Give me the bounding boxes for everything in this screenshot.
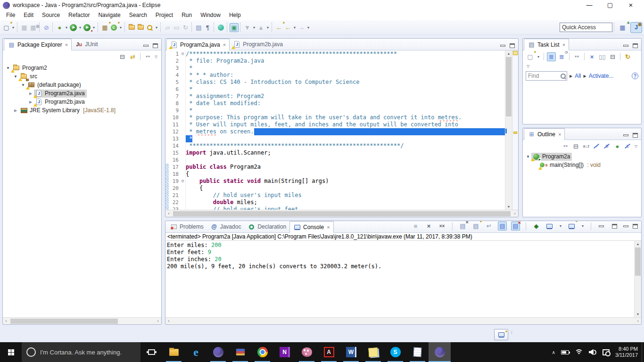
code-editor[interactable]: 1⊖/*************************************… [165,50,505,210]
dropdown-icon[interactable]: ▾ [558,222,563,230]
occurrence-marker[interactable] [513,132,517,134]
scroll-track[interactable] [173,319,634,324]
collapse-arrow-icon[interactable]: ▼ [12,74,19,79]
code-line-14[interactable]: 14 *************************************… [165,142,505,149]
maximize-view-icon[interactable] [633,43,638,48]
console-hscrollbar[interactable]: ‹ › [165,317,641,324]
code-line-15[interactable]: 15import java.util.Scanner; [165,149,505,156]
clear-icon[interactable]: ▤× [458,222,467,230]
link-with-editor-icon[interactable]: ⇄ [128,52,137,61]
close-button[interactable]: × [620,0,641,10]
java-search-icon[interactable] [145,23,154,32]
taskbar-skype-icon[interactable]: S [384,342,406,362]
taskbar-task-view-icon[interactable] [140,342,163,362]
taskbar-clock[interactable]: 8:40 PM 3/11/2017 [615,346,638,358]
scroll-thumb[interactable] [635,247,641,276]
battery-icon[interactable] [561,350,569,354]
maximize-view-icon[interactable] [610,222,619,230]
dropdown-icon[interactable]: ▾ [154,23,159,32]
new-java-project-icon[interactable]: ▦* [100,23,109,32]
tab-program2b-java[interactable]: JProgram2b.java [230,39,286,50]
refresh-disabled-icon[interactable]: ↻ [181,23,190,32]
menu-edit[interactable]: Edit [19,10,38,20]
tree-item-program2a-java[interactable]: ▶JProgram2a.java [3,89,161,98]
scheduled-icon[interactable]: ≣◷ [557,52,566,61]
taskbar-paint-icon[interactable] [296,342,318,362]
close-tab-icon[interactable]: × [558,132,561,137]
taskbar-eclipse-launcher-icon[interactable] [207,342,229,362]
open-task-icon[interactable] [127,23,136,32]
show-desktop-button[interactable] [642,342,644,362]
dropdown-icon[interactable]: ▾ [118,23,123,32]
menu-search[interactable]: Search [125,10,151,20]
word-wrap-icon[interactable]: ↵ [485,222,494,230]
code-line-9[interactable]: 9 * [165,107,505,114]
debug-icon[interactable]: ● [55,23,64,32]
cortana-search[interactable]: I'm Cortana. Ask me anything. [22,342,140,362]
minimize-view-icon[interactable] [623,45,628,47]
close-tab-icon[interactable]: × [65,42,68,48]
scroll-right-icon[interactable]: › [635,319,641,323]
code-line-13[interactable]: 13 * [165,135,505,142]
filter-all-link[interactable]: All [575,73,581,79]
save-all-icon[interactable]: ▦▦ [29,23,38,32]
run-icon[interactable]: ▶ [69,23,78,32]
dropdown-icon[interactable]: ▾ [11,23,16,32]
code-line-16[interactable]: 16 [165,156,505,164]
code-line-2[interactable]: 2 * file: Program2a.java [165,58,505,65]
taskbar-onenote-icon[interactable]: N [273,342,296,362]
tab-declaration[interactable]: Declaration [244,221,289,232]
tab-junit[interactable]: JuJUnit [72,39,101,50]
code-line-23[interactable]: 23 // hold user's input feet [165,206,505,210]
taskbar-notepad-icon[interactable] [406,342,429,362]
taskbar-file-explorer-icon[interactable] [163,342,185,362]
maximize-button[interactable]: ▢ [600,0,620,10]
code-line-11[interactable]: 11 * User will input miles, feet, and in… [165,121,505,128]
tab-console[interactable]: Console× [289,221,333,233]
scroll-right-icon[interactable]: › [155,319,161,323]
code-line-10[interactable]: 10 * purpose: This program will take in … [165,114,505,121]
tree-item-program2b-java[interactable]: ▶JProgram2b.java [3,98,161,106]
server-sphere-icon[interactable] [216,23,225,32]
chevron-up-icon[interactable]: ∧ [552,350,555,355]
code-line-8[interactable]: 8 * date last modified: [165,100,505,107]
tree-item-program2a[interactable]: ▼Program2a [523,152,641,161]
scroll-right-icon[interactable]: › [512,211,518,216]
minimize-view-icon[interactable] [623,225,628,227]
tab-program2a-java[interactable]: JProgram2a.java× [166,39,230,50]
maximize-view-icon[interactable] [633,224,638,229]
focus-icon[interactable]: ●● [572,52,581,61]
overview-ruler[interactable] [512,50,518,210]
collapse-arrow-icon[interactable]: ▼ [525,155,531,159]
console-output[interactable]: Enter miles: 200Enter feet: 9Enter inche… [165,241,634,317]
expand-arrow-icon[interactable]: ▶ [27,91,34,96]
menu-source[interactable]: Source [38,10,64,20]
package-explorer-tree[interactable]: ▼Program2▼src▼(default package)▶JProgram… [3,63,161,317]
dropdown-icon[interactable]: ▾ [306,23,311,32]
code-line-3[interactable]: 3 * [165,65,505,72]
show-stdout-icon[interactable]: ▤ [498,222,507,230]
open-resource-icon[interactable] [136,23,145,32]
sort-icon[interactable]: a↓z [582,142,591,151]
tree-item-program2[interactable]: ▼Program2 [3,64,161,72]
focus-icon[interactable]: ●● [143,52,152,61]
last-edit-location-icon[interactable]: ←* [274,23,283,32]
view-menu-icon[interactable]: ▽ [526,62,530,71]
tree-item-src[interactable]: ▼src [3,72,161,81]
code-line-17[interactable]: 17public class Program2a [165,164,505,171]
menu-run[interactable]: Run [177,10,196,20]
show-paragraph-icon[interactable]: ¶ [203,23,212,32]
dropdown-icon[interactable]: ▾ [292,23,297,32]
help-icon[interactable]: ? [632,73,638,79]
expand-arrow-icon[interactable]: ▶ [27,100,34,104]
synchronize-icon[interactable]: ↻ [623,52,632,61]
show-stderr-icon[interactable]: ▤× [511,222,520,230]
scroll-up-icon[interactable]: ▲ [505,50,512,57]
scroll-thumb[interactable] [173,211,511,216]
dropdown-icon[interactable]: ▾ [78,23,83,32]
forward-icon[interactable]: → [297,23,306,32]
tree-item-default-package[interactable]: ▼(default package) [3,81,161,89]
scroll-lock-icon[interactable]: ▤● [471,222,480,230]
hide-non-public-icon[interactable]: ● [613,142,622,151]
collapse-all-icon[interactable]: ⊟ [118,52,127,61]
